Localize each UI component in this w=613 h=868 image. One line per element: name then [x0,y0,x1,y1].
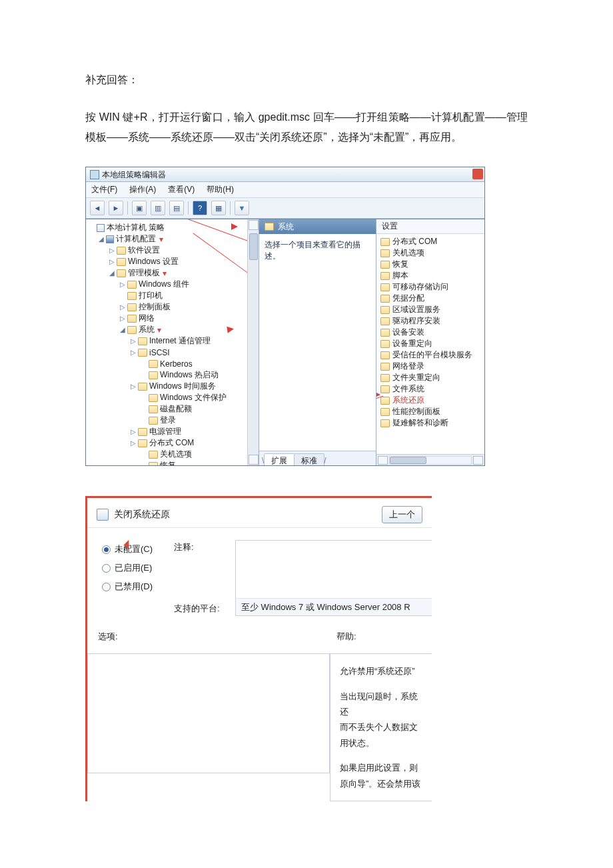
scroll-thumb[interactable] [249,233,258,260]
window-title-text: 本地组策略编辑器 [102,167,166,182]
separator [230,201,231,215]
folder-icon [380,397,390,405]
tree-network[interactable]: ▷网络 [89,313,247,324]
list-item[interactable]: 受信任的平台模块服务 [380,349,480,361]
tree-internet-comm[interactable]: ▷Internet 通信管理 [89,335,247,347]
folder-icon [380,249,390,257]
list-item[interactable]: 设备安装 [380,327,480,338]
tab-standard[interactable]: 标准 [294,453,324,465]
help-panel: 允许禁用“系统还原” 当出现问题时，系统还 而不丢失个人数据文 用状态。 如果启… [330,653,432,801]
folder-icon [138,428,147,436]
tree-computer-config[interactable]: ◢计算机配置▾ [89,233,247,245]
tree-win-hotstart[interactable]: Windows 热启动 [89,369,247,381]
folder-icon [380,419,390,427]
list-item-sysrestore[interactable]: 系统还原 [380,395,480,406]
list-item[interactable]: 区域设置服务 [380,304,480,315]
folder-icon [149,451,158,459]
tree-scrollbar[interactable] [247,219,259,465]
folder-icon [380,261,390,269]
folder-icon [149,417,158,425]
menu-action[interactable]: 操作(A) [129,184,156,195]
tree-kerberos[interactable]: Kerberos [89,358,247,369]
tree-disk-quota[interactable]: 磁盘配额 [89,403,247,415]
list-item[interactable]: 文件夹重定向 [380,372,480,383]
tree-dcom[interactable]: ▷分布式 COM [89,437,247,449]
tree-windows-settings[interactable]: ▷Windows 设置 [89,256,247,267]
folder-icon [380,283,390,291]
tree-printer[interactable]: 打印机 [89,290,247,301]
intro-title: 补充回答： [85,73,528,87]
menu-view[interactable]: 查看(V) [168,184,195,195]
tree-win-time[interactable]: ▷Windows 时间服务 [89,381,247,392]
mmc-icon [90,170,99,179]
help-button[interactable]: ? [193,201,207,215]
menubar: 文件(F) 操作(A) 查看(V) 帮助(H) [86,182,484,198]
gear-icon [97,509,109,521]
up-button[interactable]: ▣ [132,201,147,215]
radio-icon [102,545,111,554]
menu-file[interactable]: 文件(F) [91,184,117,195]
properties-button[interactable]: ▦ [211,201,226,215]
list-item[interactable]: 驱动程序安装 [380,315,480,327]
list-item[interactable]: 网络登录 [380,361,480,372]
list-item[interactable]: 恢复 [380,259,480,270]
list-item[interactable]: 凭据分配 [380,293,480,304]
intro-body: 按 WIN 键+R，打开运行窗口，输入 gpedit.msc 回车——打开组策略… [85,107,528,147]
comment-field[interactable] [236,541,432,598]
folder-icon [380,408,390,416]
list-item[interactable]: 关机选项 [380,247,480,259]
separator [127,201,128,215]
scroll-track[interactable] [389,456,472,465]
tree-windows-components[interactable]: ▷Windows 组件 [89,279,247,290]
tree-recovery[interactable]: 恢复 [89,460,247,465]
export-button[interactable]: ▤ [169,201,184,215]
list-item[interactable]: 疑难解答和诊断 [380,417,480,429]
tree-system[interactable]: ◢系统▾ [89,324,247,335]
show-hide-button[interactable]: ▥ [151,201,165,215]
tree-win-fileprot[interactable]: Windows 文件保护 [89,392,247,403]
list-column-header[interactable]: 设置 [376,219,484,234]
list-item[interactable]: 分布式 COM [380,236,480,247]
list-item[interactable]: 文件系统 [380,383,480,395]
tree-power-mgmt[interactable]: ▷电源管理 [89,426,247,437]
tree-admin-templates[interactable]: ◢管理模板▾ [89,267,247,279]
scroll-right-icon[interactable] [473,456,483,465]
radio-disabled[interactable]: 已禁用(D) [102,577,174,596]
tree-shutdown-opts[interactable]: 关机选项 [89,449,247,460]
folder-icon [380,363,390,371]
radio-not-configured[interactable]: 未配置(C) [102,540,174,559]
view-tabs: \ 扩展 标准 / [259,451,376,465]
window-titlebar[interactable]: 本地组策略编辑器 [86,167,484,182]
filter-button[interactable]: ▼ [235,201,249,215]
back-button[interactable]: ◄ [90,201,105,215]
list-item[interactable]: 可移动存储访问 [380,281,480,293]
scroll-down-icon[interactable] [249,455,259,465]
content-header-text: 系统 [278,221,294,233]
folder-icon [127,315,137,323]
close-icon[interactable] [472,169,483,179]
tree-iscsi[interactable]: ▷iSCSI [89,347,247,358]
horizontal-scrollbar[interactable] [376,454,484,465]
list-item[interactable]: 设备重定向 [380,338,480,349]
folder-icon [117,269,126,277]
scroll-left-icon[interactable] [378,456,388,465]
tree-control-panel[interactable]: ▷控制面板 [89,301,247,313]
folder-icon [127,303,137,311]
folder-icon [149,371,158,379]
scroll-thumb[interactable] [390,457,426,464]
previous-button[interactable]: 上一个 [382,506,422,523]
list-item[interactable]: 性能控制面板 [380,406,480,417]
folder-icon [149,462,158,466]
tab-extended[interactable]: 扩展 [264,453,295,465]
menu-help[interactable]: 帮助(H) [207,184,234,195]
separator [188,201,189,215]
tree-logon[interactable]: 登录 [89,415,247,426]
folder-icon [380,351,390,359]
dialog-title: 关闭系统还原 [114,509,170,521]
forward-button[interactable]: ► [109,201,123,215]
scroll-up-icon[interactable] [249,220,259,230]
help-label: 帮助: [332,629,432,647]
folder-icon [380,385,390,393]
list-item[interactable]: 脚本 [380,270,480,281]
radio-enabled[interactable]: 已启用(E) [102,559,174,577]
